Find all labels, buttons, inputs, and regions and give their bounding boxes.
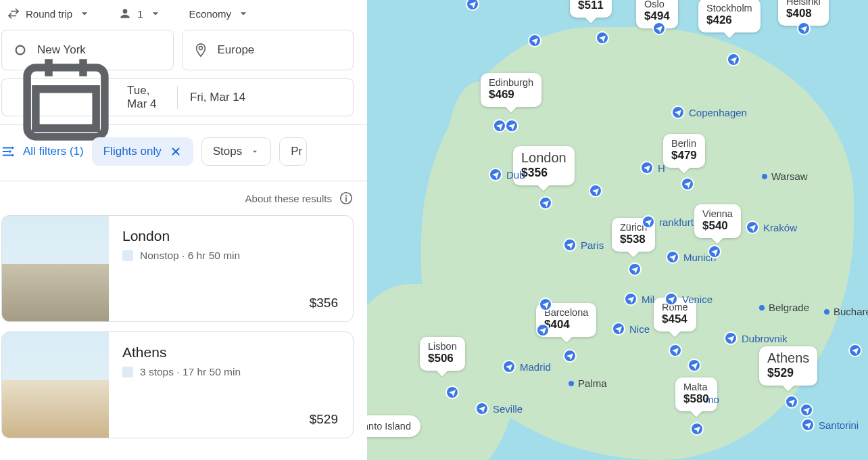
destination-value: Europe (218, 43, 255, 57)
cabin-label: Economy (189, 8, 232, 20)
all-filters-label: All filters (1) (23, 145, 84, 158)
map-pin-nice[interactable]: Nice (612, 322, 650, 336)
airline-icon (122, 367, 133, 377)
chip-flights-only[interactable]: Flights only (92, 137, 193, 166)
map-tag-vienna[interactable]: Vienna$540 (694, 204, 741, 238)
map-pin[interactable] (681, 177, 694, 191)
map-pin[interactable] (785, 395, 798, 409)
location-icon (193, 43, 208, 58)
chip-stops-label: Stops (213, 145, 242, 158)
airline-icon (122, 250, 133, 261)
svg-point-3 (11, 154, 14, 157)
passenger-count: 1 (137, 8, 143, 20)
svg-point-1 (11, 147, 14, 150)
map-pin[interactable] (669, 344, 682, 357)
map-pin-seville[interactable]: Seville (475, 402, 523, 415)
map-tag[interactable]: $511 (570, 0, 612, 18)
map-pin[interactable] (493, 119, 506, 133)
date-range-input[interactable]: Tue, Mar 4 Fri, Mar 14 (1, 78, 354, 116)
depart-date-value: Tue, Mar 4 (127, 84, 165, 111)
map-pin-frankfurt[interactable]: rankfurt (642, 215, 694, 229)
map-pin[interactable] (466, 0, 479, 11)
info-icon[interactable] (339, 191, 354, 206)
result-price: $356 (310, 296, 338, 310)
map-tag-santo[interactable]: anto Island (367, 415, 420, 437)
destination-input[interactable]: Europe (182, 30, 354, 70)
result-price: $529 (310, 412, 338, 427)
result-thumbnail (2, 332, 109, 438)
map-label-bucharest: Bucharest (824, 306, 868, 317)
map-pin-krakow[interactable]: Kraków (746, 221, 797, 234)
map-label-belgrade: Belgrade (759, 302, 809, 313)
map-pin[interactable] (688, 359, 701, 372)
depart-date[interactable]: Tue, Mar 4 (2, 46, 177, 150)
map-pin-mo[interactable]: mo (705, 394, 719, 405)
map-pin[interactable] (539, 298, 552, 311)
chevron-down-icon (250, 147, 260, 156)
map-pin[interactable] (797, 22, 811, 35)
map-pin[interactable] (445, 386, 459, 399)
passengers-selector[interactable]: 1 (114, 4, 166, 23)
chevron-down-icon (149, 7, 162, 20)
map-pin-dubrovnik[interactable]: Dubrovnik (724, 331, 788, 345)
map-pin[interactable] (596, 31, 609, 45)
return-date-value: Fri, Mar 14 (190, 91, 245, 104)
result-summary: 3 stops · 17 hr 50 min (122, 366, 339, 378)
svg-point-5 (345, 195, 347, 196)
map-pin[interactable] (628, 262, 642, 276)
result-city: Athens (122, 344, 339, 361)
map-tag-athens[interactable]: Athens$529 (759, 346, 817, 386)
chip-price[interactable]: Pr (279, 137, 307, 166)
trip-type-label: Round trip (26, 8, 72, 20)
map-pin[interactable] (652, 22, 666, 35)
map-pin-copenhagen[interactable]: Copenhagen (671, 106, 747, 119)
search-panel: Round trip 1 Economy New York Europe (0, 0, 367, 460)
map-pin-paris[interactable]: Paris (563, 238, 604, 252)
map[interactable]: $511 Oslo$494 Stockholm$426 Helsinki$408… (367, 0, 868, 460)
map-pin[interactable] (727, 53, 740, 66)
map-pin-milan[interactable]: Mil (624, 292, 654, 306)
return-date[interactable]: Fri, Mar 14 (178, 91, 353, 104)
result-summary: Nonstop · 6 hr 50 min (122, 250, 339, 262)
map-pin[interactable] (536, 323, 550, 337)
chip-stops[interactable]: Stops (201, 137, 271, 166)
map-tag-berlin[interactable]: Berlin$479 (663, 134, 705, 168)
map-tag-lisbon[interactable]: Lisbon$506 (420, 337, 465, 371)
filter-icon (1, 144, 16, 159)
map-pin-madrid[interactable]: Madrid (502, 360, 551, 373)
map-pin[interactable] (690, 422, 704, 436)
trip-type-selector[interactable]: Round trip (3, 4, 95, 23)
map-pin[interactable] (563, 349, 577, 363)
chevron-down-icon (237, 7, 250, 20)
map-pin[interactable] (708, 245, 721, 258)
result-card-london[interactable]: London Nonstop · 6 hr 50 min $356 (1, 215, 354, 322)
swap-icon (7, 7, 20, 20)
cabin-selector[interactable]: Economy (185, 4, 255, 23)
chip-price-label: Pr (291, 145, 302, 158)
map-pin[interactable] (589, 184, 602, 198)
person-icon (118, 7, 132, 20)
map-pin-santorini[interactable]: Santorini (801, 418, 859, 432)
about-results-text: About these results (245, 193, 332, 204)
map-pin[interactable] (800, 403, 813, 417)
map-label-palma: Palma (569, 377, 607, 389)
svg-point-2 (9, 150, 11, 153)
map-pin-dublin[interactable]: Dub (489, 168, 525, 181)
result-thumbnail (2, 216, 109, 322)
map-pin[interactable] (528, 34, 541, 47)
close-icon[interactable] (170, 145, 182, 158)
chip-flights-only-label: Flights only (103, 145, 162, 158)
map-pin-venice[interactable]: Venice (665, 292, 713, 306)
map-pin-hamburg[interactable]: H (640, 161, 665, 175)
map-tag-edinburgh[interactable]: Edinburgh$469 (481, 73, 541, 107)
map-label-warsaw: Warsaw (762, 170, 808, 182)
map-pin[interactable] (848, 344, 862, 357)
map-tag-stockholm[interactable]: Stockholm$426 (698, 0, 761, 32)
map-pin[interactable] (539, 196, 552, 210)
map-pin[interactable] (505, 119, 519, 133)
result-card-athens[interactable]: Athens 3 stops · 17 hr 50 min $529 (1, 331, 354, 438)
calendar-icon (14, 46, 118, 150)
result-city: London (122, 228, 339, 244)
all-filters-button[interactable]: All filters (1) (1, 144, 84, 159)
chevron-down-icon (78, 7, 91, 20)
